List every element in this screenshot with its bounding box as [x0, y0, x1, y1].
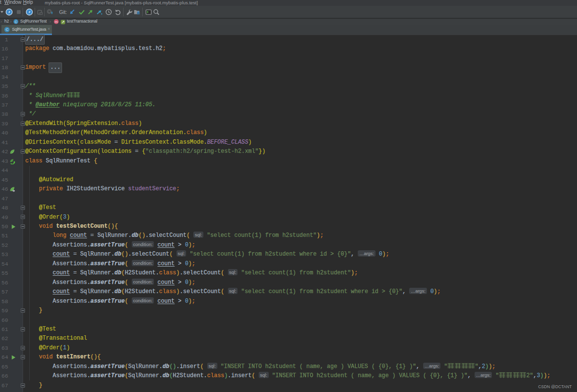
svg-text:C: C	[6, 27, 9, 32]
svg-text:m: m	[55, 19, 58, 24]
svg-text:C: C	[14, 19, 17, 24]
